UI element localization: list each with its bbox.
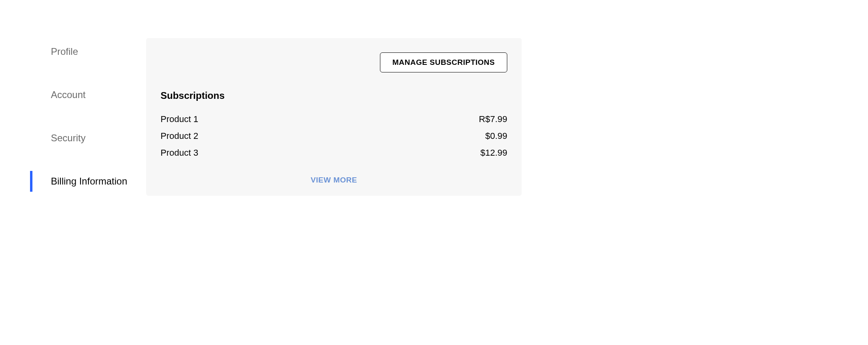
product-price: $0.99	[485, 131, 507, 141]
section-title: Subscriptions	[161, 90, 507, 101]
product-row: Product 2 $0.99	[161, 128, 507, 144]
subscriptions-card: MANAGE SUBSCRIPTIONS Subscriptions Produ…	[146, 38, 522, 196]
sidebar-item-security[interactable]: Security	[30, 124, 146, 152]
product-row: Product 1 R$7.99	[161, 111, 507, 128]
product-name: Product 3	[161, 148, 198, 158]
product-name: Product 1	[161, 114, 198, 124]
sidebar-item-profile[interactable]: Profile	[30, 38, 146, 65]
product-price: R$7.99	[479, 114, 507, 124]
sidebar-item-billing-information[interactable]: Billing Information	[30, 168, 146, 195]
product-price: $12.99	[480, 148, 507, 158]
sidebar-item-label: Billing Information	[51, 176, 127, 187]
view-more-row: VIEW MORE	[161, 176, 507, 185]
card-header-row: MANAGE SUBSCRIPTIONS	[161, 52, 507, 72]
sidebar: Profile Account Security Billing Informa…	[30, 38, 146, 211]
product-name: Product 2	[161, 131, 198, 141]
view-more-button[interactable]: VIEW MORE	[311, 176, 357, 185]
sidebar-item-label: Profile	[51, 46, 78, 57]
product-list: Product 1 R$7.99 Product 2 $0.99 Product…	[161, 111, 507, 161]
main-content: MANAGE SUBSCRIPTIONS Subscriptions Produ…	[146, 38, 522, 211]
manage-subscriptions-button[interactable]: MANAGE SUBSCRIPTIONS	[380, 52, 507, 72]
sidebar-item-label: Account	[51, 89, 86, 100]
sidebar-item-label: Security	[51, 132, 86, 143]
product-row: Product 3 $12.99	[161, 144, 507, 161]
sidebar-item-account[interactable]: Account	[30, 81, 146, 108]
